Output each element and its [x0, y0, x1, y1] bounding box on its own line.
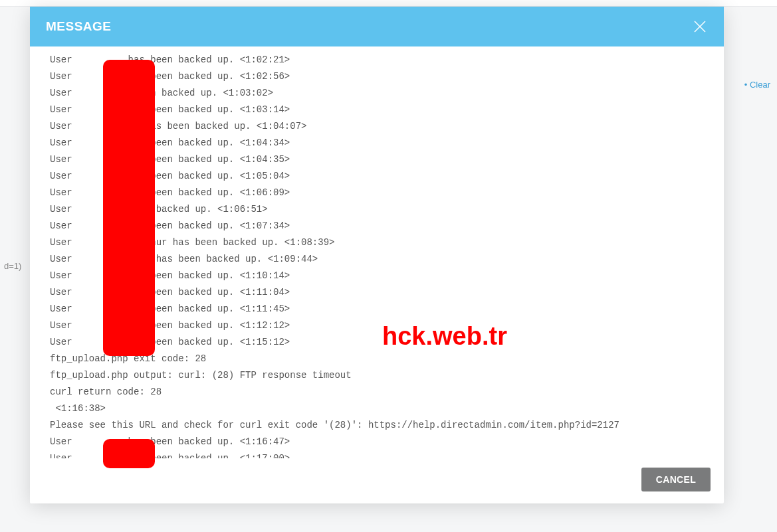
- clear-link[interactable]: • Clear: [744, 80, 770, 90]
- log-line: User has been backed up. <1:03:14>: [50, 102, 704, 118]
- log-line: User been backed up. <1:06:51>: [50, 201, 704, 218]
- cancel-button[interactable]: CANCEL: [641, 468, 711, 491]
- log-line: User has been backed up. <1:10:14>: [50, 268, 704, 284]
- log-line: curl return code: 28: [50, 384, 704, 400]
- log-line: User has been backed up. <1:11:45>: [50, 301, 704, 317]
- modal-body[interactable]: User has been backed up. <1:02:21>User h…: [30, 46, 724, 458]
- log-line: User has been backed up. <1:06:09>: [50, 185, 704, 201]
- log-line: User has been backed up. <1:02:56>: [50, 68, 704, 85]
- log-line: User has been backed up. <1:11:04>: [50, 284, 704, 301]
- modal-title: MESSAGE: [46, 19, 112, 34]
- log-line: User has been backed up. <1:12:12>: [50, 317, 704, 334]
- bg-left-text: d=1): [0, 256, 25, 276]
- close-icon: [693, 19, 707, 34]
- log-line: User urda has been backed up. <1:09:44>: [50, 251, 704, 268]
- modal-header: MESSAGE: [30, 7, 724, 46]
- close-button[interactable]: [692, 19, 708, 35]
- log-line: User s been backed up. <1:03:02>: [50, 85, 704, 102]
- log-line: User has been backed up. <1:15:12>: [50, 334, 704, 351]
- log-line: <1:16:38>: [50, 400, 704, 417]
- log-line: User has been backed up. <1:02:21>: [50, 52, 704, 68]
- log-line: User has been backed up. <1:04:35>: [50, 151, 704, 168]
- log-line: User has been backed up. <1:16:47>: [50, 434, 704, 450]
- log-line: ftp_upload.php exit code: 28: [50, 351, 704, 367]
- log-line: ftp_upload.php output: curl: (28) FTP re…: [50, 367, 704, 384]
- log-line: User has been backed up. <1:04:34>: [50, 135, 704, 151]
- message-modal: MESSAGE User has been backed up. <1:02:2…: [30, 7, 724, 503]
- log-line: Please see this URL and check for curl e…: [50, 417, 704, 434]
- log-line: User am has been backed up. <1:04:07>: [50, 118, 704, 135]
- bg-top-bar: [0, 0, 777, 7]
- modal-footer: CANCEL: [30, 458, 724, 503]
- log-line: User has been backed up. <1:07:34>: [50, 218, 704, 234]
- log-line: User has been backed up. <1:17:00>: [50, 450, 704, 458]
- log-line: User emirhur has been backed up. <1:08:3…: [50, 234, 704, 251]
- log-line: User has been backed up. <1:05:04>: [50, 168, 704, 185]
